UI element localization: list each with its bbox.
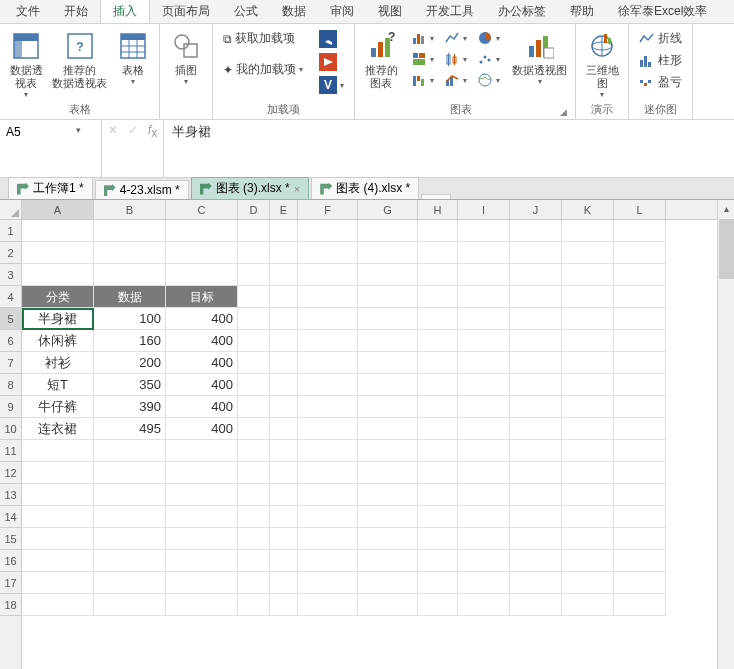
cell-F7[interactable] bbox=[298, 352, 358, 374]
cell-J8[interactable] bbox=[510, 374, 562, 396]
cell-B7[interactable]: 200 bbox=[94, 352, 166, 374]
cell-H12[interactable] bbox=[418, 462, 458, 484]
cell-I13[interactable] bbox=[458, 484, 510, 506]
cell-J12[interactable] bbox=[510, 462, 562, 484]
row-header-17[interactable]: 17 bbox=[0, 572, 21, 594]
cell-A12[interactable] bbox=[22, 462, 94, 484]
cell-F3[interactable] bbox=[298, 264, 358, 286]
tab-home[interactable]: 开始 bbox=[52, 0, 100, 23]
cell-H15[interactable] bbox=[418, 528, 458, 550]
col-header-J[interactable]: J bbox=[510, 200, 562, 219]
cell-I11[interactable] bbox=[458, 440, 510, 462]
cell-G7[interactable] bbox=[358, 352, 418, 374]
row-header-1[interactable]: 1 bbox=[0, 220, 21, 242]
cell-B15[interactable] bbox=[94, 528, 166, 550]
cell-B5[interactable]: 100 bbox=[94, 308, 166, 330]
workbook-tab[interactable]: 4-23.xlsm * bbox=[95, 180, 189, 199]
scroll-thumb[interactable] bbox=[719, 219, 734, 279]
cell-E1[interactable] bbox=[270, 220, 298, 242]
cell-I17[interactable] bbox=[458, 572, 510, 594]
col-header-F[interactable]: F bbox=[298, 200, 358, 219]
cell-J13[interactable] bbox=[510, 484, 562, 506]
3d-map-button[interactable]: 三维地 图 ▾ bbox=[582, 28, 622, 101]
cell-L14[interactable] bbox=[614, 506, 666, 528]
cell-D4[interactable] bbox=[238, 286, 270, 308]
cell-E14[interactable] bbox=[270, 506, 298, 528]
cell-I6[interactable] bbox=[458, 330, 510, 352]
cell-F2[interactable] bbox=[298, 242, 358, 264]
cell-E17[interactable] bbox=[270, 572, 298, 594]
cell-F4[interactable] bbox=[298, 286, 358, 308]
row-header-10[interactable]: 10 bbox=[0, 418, 21, 440]
sparkline-line-button[interactable]: 折线 bbox=[635, 28, 686, 49]
cell-I14[interactable] bbox=[458, 506, 510, 528]
workbook-tab[interactable]: 图表 (3).xlsx *× bbox=[191, 177, 309, 199]
cell-H9[interactable] bbox=[418, 396, 458, 418]
cell-A2[interactable] bbox=[22, 242, 94, 264]
cell-G13[interactable] bbox=[358, 484, 418, 506]
cell-E5[interactable] bbox=[270, 308, 298, 330]
cell-A13[interactable] bbox=[22, 484, 94, 506]
col-header-C[interactable]: C bbox=[166, 200, 238, 219]
cell-H16[interactable] bbox=[418, 550, 458, 572]
cell-B13[interactable] bbox=[94, 484, 166, 506]
cell-L13[interactable] bbox=[614, 484, 666, 506]
tab-page-layout[interactable]: 页面布局 bbox=[150, 0, 222, 23]
cell-L12[interactable] bbox=[614, 462, 666, 484]
cell-F13[interactable] bbox=[298, 484, 358, 506]
cell-D18[interactable] bbox=[238, 594, 270, 616]
tab-insert[interactable]: 插入 bbox=[100, 0, 150, 23]
cell-J16[interactable] bbox=[510, 550, 562, 572]
col-header-G[interactable]: G bbox=[358, 200, 418, 219]
cell-H4[interactable] bbox=[418, 286, 458, 308]
cell-G10[interactable] bbox=[358, 418, 418, 440]
cell-I1[interactable] bbox=[458, 220, 510, 242]
bing-maps-icon[interactable] bbox=[315, 28, 348, 50]
row-header-13[interactable]: 13 bbox=[0, 484, 21, 506]
cell-B9[interactable]: 390 bbox=[94, 396, 166, 418]
row-header-12[interactable]: 12 bbox=[0, 462, 21, 484]
cell-I9[interactable] bbox=[458, 396, 510, 418]
cell-C8[interactable]: 400 bbox=[166, 374, 238, 396]
cell-F12[interactable] bbox=[298, 462, 358, 484]
cell-E11[interactable] bbox=[270, 440, 298, 462]
waterfall-chart-button[interactable]: ▾ bbox=[407, 70, 438, 90]
col-header-A[interactable]: A bbox=[22, 200, 94, 219]
fx-icon[interactable]: fx bbox=[148, 123, 157, 140]
recommended-pivot-button[interactable]: ? 推荐的 数据透视表 bbox=[50, 28, 109, 92]
cell-G9[interactable] bbox=[358, 396, 418, 418]
cell-J17[interactable] bbox=[510, 572, 562, 594]
cell-H13[interactable] bbox=[418, 484, 458, 506]
cell-K11[interactable] bbox=[562, 440, 614, 462]
col-header-E[interactable]: E bbox=[270, 200, 298, 219]
tab-xjt[interactable]: 徐军泰Excel效率 bbox=[606, 0, 719, 23]
cell-C9[interactable]: 400 bbox=[166, 396, 238, 418]
cell-A8[interactable]: 短T bbox=[22, 374, 94, 396]
cell-G18[interactable] bbox=[358, 594, 418, 616]
cell-L18[interactable] bbox=[614, 594, 666, 616]
cell-I5[interactable] bbox=[458, 308, 510, 330]
dialog-launcher-icon[interactable]: ◢ bbox=[560, 107, 567, 117]
name-box[interactable]: ▾ bbox=[0, 120, 102, 177]
cell-D14[interactable] bbox=[238, 506, 270, 528]
row-header-18[interactable]: 18 bbox=[0, 594, 21, 616]
my-addins-button[interactable]: ✦我的加载项▾ bbox=[219, 59, 307, 80]
cell-L1[interactable] bbox=[614, 220, 666, 242]
cell-L11[interactable] bbox=[614, 440, 666, 462]
cell-H10[interactable] bbox=[418, 418, 458, 440]
cell-G2[interactable] bbox=[358, 242, 418, 264]
row-header-2[interactable]: 2 bbox=[0, 242, 21, 264]
cell-K5[interactable] bbox=[562, 308, 614, 330]
cell-G4[interactable] bbox=[358, 286, 418, 308]
cell-G1[interactable] bbox=[358, 220, 418, 242]
cell-A15[interactable] bbox=[22, 528, 94, 550]
cell-B6[interactable]: 160 bbox=[94, 330, 166, 352]
table-button[interactable]: 表格 ▾ bbox=[113, 28, 153, 88]
cell-D17[interactable] bbox=[238, 572, 270, 594]
cell-L2[interactable] bbox=[614, 242, 666, 264]
line-chart-button[interactable]: ▾ bbox=[440, 28, 471, 48]
scroll-up-icon[interactable]: ▴ bbox=[724, 200, 729, 217]
cell-K18[interactable] bbox=[562, 594, 614, 616]
cell-A17[interactable] bbox=[22, 572, 94, 594]
row-header-6[interactable]: 6 bbox=[0, 330, 21, 352]
